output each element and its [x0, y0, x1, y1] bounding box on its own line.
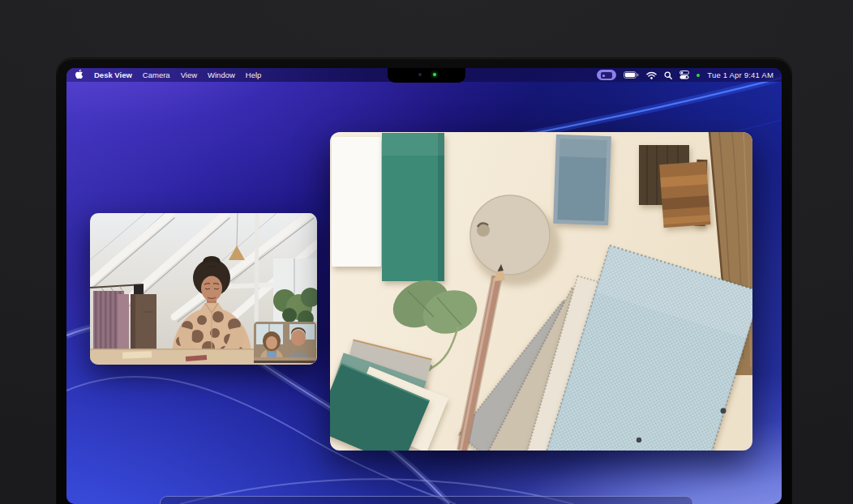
- menu-item-camera[interactable]: Camera: [143, 70, 170, 79]
- apple-logo-icon: [75, 69, 84, 79]
- blue-gray-tile: [553, 135, 611, 225]
- fabric-grommet: [721, 408, 727, 414]
- white-tile: [332, 137, 381, 267]
- remote-participants-pip: [254, 322, 316, 363]
- app-menu-desk-view[interactable]: Desk View: [94, 70, 132, 79]
- macbook-screen: Desk View Camera View Window Help: [66, 68, 782, 504]
- control-center-icon[interactable]: [679, 70, 689, 79]
- studio-plants: [273, 258, 317, 327]
- camera-in-use-led: [433, 73, 436, 76]
- menu-item-window[interactable]: Window: [208, 70, 235, 79]
- partially-visible-window[interactable]: [160, 496, 693, 504]
- wifi-icon[interactable]: [646, 71, 657, 79]
- wood-cabinet: [131, 284, 156, 349]
- desk-view-scene: [330, 132, 752, 451]
- apple-menu[interactable]: [75, 69, 84, 81]
- felt-disc: [470, 195, 550, 275]
- menu-bar-clock[interactable]: Tue 1 Apr 9:41 AM: [707, 70, 774, 79]
- facetime-camera-lens: [418, 73, 422, 76]
- battery-icon[interactable]: [624, 71, 639, 79]
- menu-item-help[interactable]: Help: [246, 70, 262, 79]
- display-notch: [388, 68, 465, 83]
- camera-active-dot-icon: [697, 74, 700, 77]
- medium-wood-swatch: [659, 161, 710, 228]
- display-icon: [601, 72, 612, 79]
- desktop-stage: Desk View Camera View Window Help: [0, 0, 853, 504]
- desk-view-window[interactable]: [330, 132, 752, 451]
- spotlight-search-icon[interactable]: [664, 71, 672, 79]
- video-call-scene: [90, 213, 317, 365]
- macbook-frame: Desk View Camera View Window Help: [57, 58, 791, 504]
- fabric-grommet: [637, 438, 641, 442]
- desk-view-indicator-pill[interactable]: [597, 70, 616, 80]
- menu-item-view[interactable]: View: [181, 70, 197, 79]
- video-call-window[interactable]: [90, 213, 317, 365]
- teal-tile: [382, 133, 444, 281]
